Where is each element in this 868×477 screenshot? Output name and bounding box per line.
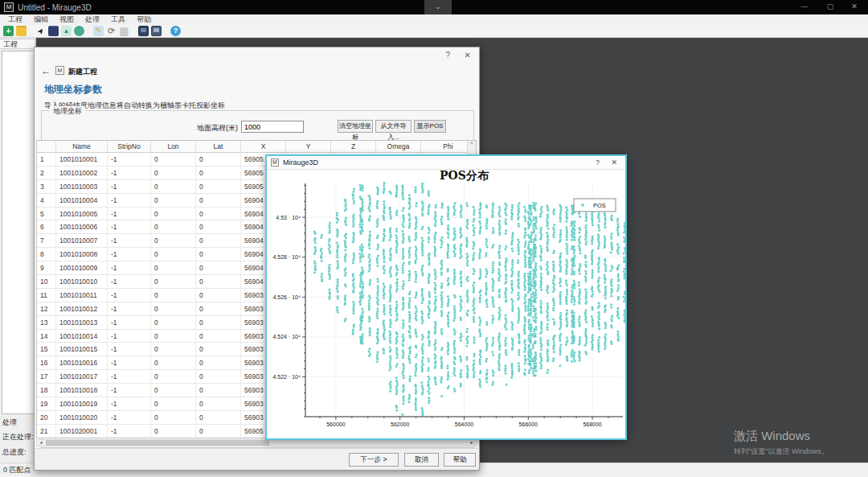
table-cell: 0 <box>151 316 196 329</box>
table-cell: -1 <box>108 275 151 288</box>
legend: POS <box>574 199 616 212</box>
table-cell: 0 <box>196 153 241 166</box>
menu-item-1[interactable]: 工程 <box>3 14 27 25</box>
table-cell: 7 <box>37 234 56 247</box>
back-arrow-button[interactable]: ← <box>41 65 51 76</box>
column-header-StripNo[interactable]: StripNo <box>108 141 151 152</box>
dialog-help-button[interactable]: ? <box>445 51 450 60</box>
globe-icon[interactable] <box>74 26 84 36</box>
table-cell: 0 <box>151 167 196 179</box>
table-cell: 0 <box>151 261 196 274</box>
table-cell: 19 <box>37 397 56 410</box>
clear-geo-coordinates-button[interactable]: 清空地理坐标 <box>338 120 373 133</box>
refresh-icon[interactable]: ⟳ <box>106 26 117 36</box>
svg-text:562000: 562000 <box>391 421 409 427</box>
table-cell: 0 <box>196 343 241 356</box>
close-button[interactable]: ✕ <box>842 0 866 14</box>
table-cell: -1 <box>108 289 151 302</box>
scroll-right-icon[interactable]: ▸ <box>468 440 476 446</box>
table-cell: -1 <box>108 248 151 261</box>
table-cell: 0 <box>151 411 196 424</box>
titlebar-dropdown-button[interactable]: ⌄ <box>424 0 452 14</box>
toolbar-separator <box>87 26 91 36</box>
dialog-footer: 下一步 > 取消 帮助 <box>35 448 479 470</box>
table-cell: -1 <box>108 370 151 383</box>
new-project-icon[interactable]: + <box>3 26 14 36</box>
model-cube-icon[interactable] <box>48 26 59 36</box>
table-cell: 0 <box>196 411 241 424</box>
grid-icon[interactable]: ▦ <box>119 26 129 36</box>
table-cell: -1 <box>108 384 151 397</box>
menu-item-5[interactable]: 工具 <box>106 14 130 25</box>
column-header-Name[interactable]: Name <box>56 141 108 152</box>
pos-scatter-plot: 5600005620005640005660005680004.522 · 10… <box>267 170 625 438</box>
table-cell: -1 <box>108 194 151 207</box>
page-title: 地理坐标参数 <box>44 83 102 97</box>
table-cell: -1 <box>108 397 151 410</box>
tab-project[interactable]: 工程 <box>0 39 35 49</box>
table-cell: 1001010010 <box>56 275 108 288</box>
help-icon[interactable]: ? <box>170 26 181 36</box>
table-cell: 0 <box>151 356 196 369</box>
table-cell: 0 <box>151 330 196 343</box>
monitor-light-icon[interactable] <box>151 26 162 36</box>
table-cell: 18 <box>37 384 56 397</box>
pos-help-button[interactable]: ? <box>596 158 600 167</box>
elevation-input[interactable] <box>241 121 304 133</box>
minimize-button[interactable]: — <box>792 0 817 14</box>
show-pos-button[interactable]: 显示POS <box>414 120 446 133</box>
help-button[interactable]: 帮助 <box>444 453 476 467</box>
image-icon[interactable]: ▲ <box>61 26 72 36</box>
table-cell: 0 <box>196 316 241 329</box>
svg-text:564000: 564000 <box>455 421 473 427</box>
table-cell: 4 <box>37 194 56 207</box>
table-cell: 1001010003 <box>56 180 108 193</box>
import-from-file-button[interactable]: 从文件导入... <box>375 120 411 133</box>
column-header-Lat[interactable]: Lat <box>196 141 241 152</box>
scroll-up-icon[interactable]: ^ <box>470 141 473 146</box>
column-header-X[interactable]: X <box>241 141 286 152</box>
table-cell: 0 <box>196 220 241 233</box>
table-cell: 1001010014 <box>56 330 108 343</box>
table-horizontal-scrollbar[interactable]: ◂ ▸ <box>36 439 477 446</box>
svg-text:4.526 · 10⁴: 4.526 · 10⁴ <box>272 294 301 300</box>
maximize-button[interactable]: ▢ <box>818 0 842 14</box>
menu-item-6[interactable]: 帮助 <box>132 14 156 25</box>
svg-text:4.522 · 10⁴: 4.522 · 10⁴ <box>272 374 301 380</box>
groupbox-label: 地理坐标 <box>50 106 85 117</box>
edit-note-icon[interactable]: ✎ <box>93 26 104 36</box>
scroll-left-icon[interactable]: ◂ <box>37 440 45 446</box>
monitor-dark-icon[interactable] <box>138 26 149 36</box>
table-cell: 5 <box>37 208 56 220</box>
column-header-Y[interactable]: Y <box>286 141 331 152</box>
table-cell: -1 <box>108 330 151 343</box>
column-header-Z[interactable]: Z <box>331 141 376 152</box>
column-header-Lon[interactable]: Lon <box>151 141 196 152</box>
next-step-button[interactable]: 下一步 > <box>349 453 399 467</box>
column-header-rownum[interactable] <box>37 141 56 152</box>
open-folder-icon[interactable] <box>16 26 27 36</box>
menu-item-4[interactable]: 处理 <box>80 14 104 25</box>
column-header-Omega[interactable]: Omega <box>376 141 421 152</box>
dialog-close-button[interactable]: ✕ <box>465 51 471 60</box>
table-cell: 1001010011 <box>56 289 108 302</box>
pos-window-titlebar: M Mirauge3D ? ✕ <box>267 156 625 170</box>
svg-text:566000: 566000 <box>519 421 538 427</box>
table-cell: 1001010018 <box>56 384 108 397</box>
project-tree[interactable] <box>2 51 35 414</box>
cancel-button[interactable]: 取消 <box>404 453 439 467</box>
table-cell: 0 <box>151 343 196 356</box>
table-cell: -1 <box>108 316 151 329</box>
menu-item-2[interactable]: 编辑 <box>29 14 53 25</box>
table-cell: 1001010019 <box>56 397 108 410</box>
table-cell: 1 <box>37 153 56 166</box>
pos-close-button[interactable]: ✕ <box>611 158 617 167</box>
progress-label: 总进度: <box>2 447 27 458</box>
table-cell: 1001010016 <box>56 356 108 369</box>
table-header-row: NameStripNoLonLatXYZOmegaPhi <box>37 141 476 153</box>
select-cursor-icon[interactable]: ➤ <box>33 23 47 38</box>
menu-item-3[interactable]: 视图 <box>55 14 79 25</box>
table-cell: 1001020001 <box>56 425 108 438</box>
horizontal-scroll-thumb[interactable] <box>46 440 269 446</box>
table-cell: 0 <box>196 167 241 179</box>
